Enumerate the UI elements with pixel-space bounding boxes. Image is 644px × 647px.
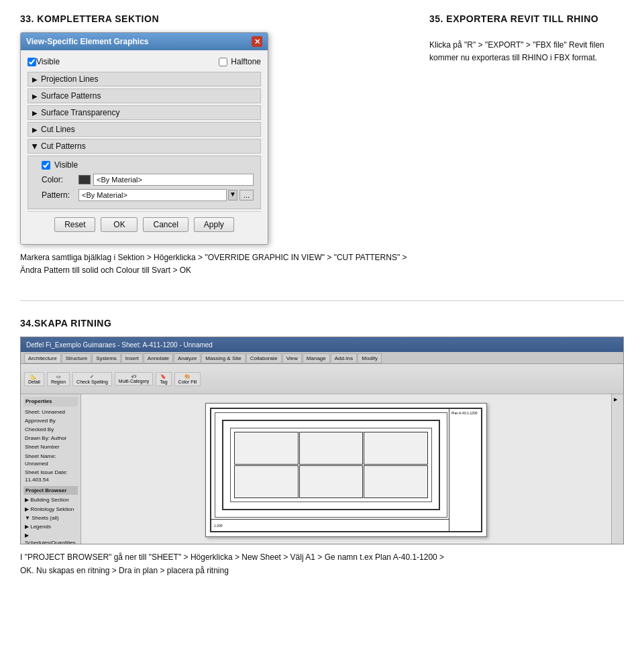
cut-patterns-arrow: ▶ (32, 143, 39, 149)
revit-tabs: Architecture Structure Systems Insert An… (21, 352, 623, 364)
pattern-label: Pattern: (42, 190, 78, 200)
dialog-footer: Reset OK Cancel Apply (28, 211, 261, 237)
projection-lines-row[interactable]: ▶ Projection Lines (28, 72, 261, 86)
sidebar-drawn: Drawn By: Author (23, 434, 78, 443)
cut-patterns-visible-label: Visible (54, 160, 78, 170)
tool-detail-icon: 📐 (31, 374, 37, 379)
projection-lines-arrow: ▶ (32, 76, 38, 83)
sidebar-br-legends: ▶ Legends (23, 522, 78, 531)
pattern-arrow-btn[interactable]: ▼ (228, 190, 237, 200)
sidebar-br-sheets: ▼ Sheets (all) (23, 514, 78, 522)
revit-toolbar: 📐 Detail ▭ Region ✓ Check Spelling 🏷 Mul… (21, 364, 623, 394)
revit-right-panel: ▶ (611, 394, 623, 544)
pattern-dots-button[interactable]: ... (239, 190, 254, 200)
cut-patterns-row[interactable]: ▶ Cut Patterns (28, 139, 261, 154)
tab-architecture[interactable]: Architecture (24, 353, 61, 363)
tab-systems[interactable]: Systems (92, 353, 121, 363)
section-35-desc-text: Klicka på "R" > "EXPORT" > "FBX file" Re… (429, 40, 604, 62)
bottom-info-bar: 1:200 (211, 519, 449, 531)
section-33-heading: 33. KOMPLETTERA SEKTION (20, 13, 159, 24)
tab-addins[interactable]: Add-Ins (331, 353, 358, 363)
sidebar-properties: Properties (23, 397, 78, 406)
tab-insert[interactable]: Insert (121, 353, 143, 363)
tab-structure[interactable]: Structure (62, 353, 91, 363)
dialog-title: View-Specific Element Graphics (26, 37, 149, 46)
apply-button[interactable]: Apply (194, 217, 234, 232)
page: 33. KOMPLETTERA SEKTION View-Specific El… (0, 0, 644, 591)
pattern-value[interactable]: <By Material> (78, 189, 227, 201)
halftone-checkbox[interactable] (219, 58, 227, 66)
floor-plan-inner (230, 428, 432, 502)
sidebar-project-browser[interactable]: Project Browser (23, 486, 78, 495)
section-34-description: I "PROJECT BROWSER" gå ner till "SHEET" … (20, 551, 624, 577)
sidebar-br-schedules: ▶ Schedules/Quantities (23, 531, 78, 544)
rooms-grid (234, 432, 428, 498)
right-panel-collapse[interactable]: ▶ (612, 394, 620, 405)
ok-button[interactable]: OK (101, 217, 138, 232)
color-field-row: Color: <By Material> (42, 174, 254, 186)
tab-analyze[interactable]: Analyze (174, 353, 201, 363)
section-35-heading: 35. EXPORTERA REVIT TILL RHINO (429, 13, 598, 24)
tab-manage[interactable]: Manage (303, 353, 330, 363)
tab-annotate[interactable]: Annotate (144, 353, 173, 363)
tab-view[interactable]: View (282, 353, 302, 363)
visible-checkbox[interactable] (28, 58, 36, 66)
dialog-close-button[interactable]: ✕ (252, 36, 262, 47)
tab-modify[interactable]: Modify (358, 353, 382, 363)
revit-sidebar: Properties Sheet: Unnamed Approved By Ch… (21, 394, 81, 544)
color-value: <By Material> (93, 174, 254, 186)
tool-detail[interactable]: 📐 Detail (24, 372, 44, 386)
section-34-heading: 34.SKAPA RITNING (20, 318, 624, 329)
surface-patterns-arrow: ▶ (32, 93, 38, 100)
cut-patterns-content: Visible Color: <By Material> Pattern: <B… (28, 156, 261, 209)
toolbar-tools: 📐 Detail ▭ Region ✓ Check Spelling 🏷 Mul… (24, 372, 201, 386)
dialog-window: View-Specific Element Graphics ✕ Visible… (20, 32, 268, 245)
cut-lines-label: Cut Lines (41, 125, 75, 134)
sheet-outer-border: Plan A-40.1-1200 1:200 (210, 408, 482, 532)
surface-patterns-row[interactable]: ▶ Surface Patterns (28, 89, 261, 103)
floor-plan-outer (222, 420, 440, 510)
tool-tag[interactable]: 🔖 Tag (156, 372, 171, 386)
reset-button[interactable]: Reset (54, 217, 95, 232)
cut-lines-row[interactable]: ▶ Cut Lines (28, 122, 261, 137)
room-6 (364, 465, 428, 498)
cancel-button[interactable]: Cancel (143, 217, 188, 232)
visible-label: Visible (36, 57, 60, 66)
drawing-sheet: Plan A-40.1-1200 1:200 (205, 403, 487, 537)
divider (20, 300, 624, 301)
section-33-col: 33. KOMPLETTERA SEKTION View-Specific El… (20, 13, 409, 277)
top-options-row: Visible Halftone (28, 57, 261, 66)
tool-check-spelling[interactable]: ✓ Check Spelling (72, 372, 112, 386)
tool-color-fill[interactable]: 🎨 Color Fill (174, 372, 201, 386)
room-1 (234, 432, 299, 465)
cut-patterns-visible-checkbox[interactable] (42, 161, 50, 170)
surface-transparency-row[interactable]: ▶ Surface Transparency (28, 105, 261, 120)
section-35-description: Klicka på "R" > "EXPORT" > "FBX file" Re… (429, 39, 624, 64)
tab-massing[interactable]: Massing & Site (201, 353, 245, 363)
title-block-text: Plan A-40.1-1200 (451, 411, 479, 416)
title-block: Plan A-40.1-1200 (449, 409, 481, 531)
cut-patterns-label: Cut Patterns (41, 141, 86, 151)
room-3 (364, 432, 428, 465)
tool-region[interactable]: ▭ Region (47, 372, 70, 386)
cut-patterns-visible-row: Visible (42, 160, 254, 170)
room-4 (234, 465, 299, 498)
section-34-desc-line1: I "PROJECT BROWSER" gå ner till "SHEET" … (20, 552, 444, 562)
tab-collaborate[interactable]: Collaborate (246, 353, 282, 363)
dialog-body: Visible Halftone ▶ Projection Lines (21, 50, 268, 244)
tool-multi-category[interactable]: 🏷 Multi-Category (115, 372, 154, 386)
sidebar-br-rontology: ▶ Röntology Sektion (23, 505, 78, 514)
tool-multicategory-icon: 🏷 (131, 374, 136, 379)
sidebar-br-building-section: ▶ Building Section (23, 495, 78, 504)
visible-check-area: Visible (28, 57, 60, 66)
tool-spelling-icon: ✓ (90, 374, 94, 379)
color-swatch[interactable] (78, 175, 91, 184)
sidebar-checked: Checked By (23, 425, 78, 434)
surface-patterns-label: Surface Patterns (41, 91, 101, 101)
pattern-field-row: Pattern: <By Material> ▼ ... (42, 189, 254, 201)
color-label: Color: (42, 175, 78, 184)
sidebar-sheet-name: Sheet Name: Unnamed (23, 452, 78, 468)
tool-region-icon: ▭ (56, 374, 61, 379)
revit-content-area: Properties Sheet: Unnamed Approved By Ch… (21, 394, 623, 544)
dialog-titlebar: View-Specific Element Graphics ✕ (21, 33, 268, 50)
